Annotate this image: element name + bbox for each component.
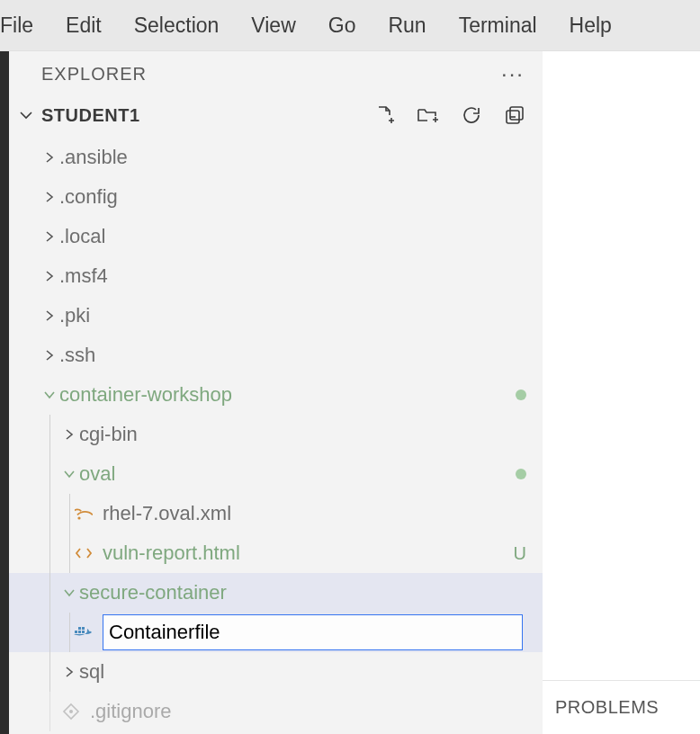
xml-file-icon xyxy=(72,505,95,523)
refresh-icon[interactable] xyxy=(460,103,483,127)
new-folder-icon[interactable] xyxy=(417,103,440,127)
menu-bar: File Edit Selection View Go Run Terminal… xyxy=(0,0,700,51)
menu-edit[interactable]: Edit xyxy=(49,0,118,50)
file-tree: .ansible .config .local .msf4 .pki xyxy=(9,138,543,734)
new-file-name-input[interactable] xyxy=(103,614,523,650)
gitignore-file-icon xyxy=(59,703,83,721)
git-untracked-badge: U xyxy=(514,543,526,564)
tree-folder-local[interactable]: .local xyxy=(9,217,543,256)
folder-label: oval xyxy=(79,462,516,486)
chevron-right-icon xyxy=(40,309,59,322)
chevron-right-icon xyxy=(40,191,59,203)
chevron-right-icon xyxy=(40,151,59,164)
explorer-sidebar: EXPLORER ··· STUDENT1 xyxy=(9,51,543,734)
chevron-right-icon xyxy=(59,666,79,678)
chevron-down-icon xyxy=(59,468,79,480)
workspace-actions xyxy=(373,103,543,127)
folder-label: .msf4 xyxy=(59,264,526,288)
menu-view[interactable]: View xyxy=(235,0,311,50)
workspace-header[interactable]: STUDENT1 xyxy=(9,93,543,138)
collapse-all-icon[interactable] xyxy=(503,103,526,127)
new-file-icon[interactable] xyxy=(373,103,397,127)
chevron-right-icon xyxy=(40,349,59,362)
tree-folder-pki[interactable]: .pki xyxy=(9,296,543,336)
chevron-down-icon xyxy=(59,586,79,599)
folder-label: container-workshop xyxy=(59,383,516,407)
svg-point-2 xyxy=(77,516,80,519)
explorer-title: EXPLORER xyxy=(41,64,147,85)
tree-folder-oval[interactable]: oval xyxy=(9,454,543,494)
chevron-right-icon xyxy=(40,230,59,243)
tree-file-rhel-oval[interactable]: rhel-7.oval.xml xyxy=(9,494,543,533)
tree-folder-ansible[interactable]: .ansible xyxy=(9,138,543,177)
tree-folder-container-workshop[interactable]: container-workshop xyxy=(9,375,543,415)
tree-new-file-input-row[interactable] xyxy=(9,613,543,652)
chevron-down-icon xyxy=(40,389,59,401)
file-label: vuln-report.html xyxy=(103,542,514,565)
svg-rect-7 xyxy=(82,627,85,630)
menu-selection[interactable]: Selection xyxy=(118,0,236,50)
tree-folder-ssh[interactable]: .ssh xyxy=(9,336,543,375)
folder-label: sql xyxy=(79,660,526,684)
chevron-right-icon xyxy=(40,270,59,282)
menu-help[interactable]: Help xyxy=(553,0,628,50)
panel-tab-bar: PROBLEMS xyxy=(543,680,700,734)
svg-rect-3 xyxy=(75,631,77,633)
git-modified-dot-icon xyxy=(516,389,526,400)
git-modified-dot-icon xyxy=(516,469,526,479)
svg-rect-4 xyxy=(78,631,81,633)
docker-file-icon xyxy=(72,624,95,640)
panel-tab-problems[interactable]: PROBLEMS xyxy=(555,697,659,718)
folder-label: cgi-bin xyxy=(79,423,526,446)
svg-rect-0 xyxy=(510,107,523,120)
menu-terminal[interactable]: Terminal xyxy=(443,0,553,50)
chevron-right-icon xyxy=(59,428,79,441)
menu-file[interactable]: File xyxy=(0,0,49,50)
folder-label: .pki xyxy=(59,304,526,327)
tree-folder-config[interactable]: .config xyxy=(9,177,543,217)
main-area: EXPLORER ··· STUDENT1 xyxy=(0,51,700,734)
menu-run[interactable]: Run xyxy=(372,0,442,50)
file-label: rhel-7.oval.xml xyxy=(103,502,526,525)
html-file-icon xyxy=(72,544,95,562)
menu-go[interactable]: Go xyxy=(312,0,372,50)
folder-label: .local xyxy=(59,225,526,248)
svg-point-8 xyxy=(69,710,73,713)
svg-rect-5 xyxy=(82,631,85,633)
tree-folder-secure-container[interactable]: secure-container xyxy=(9,573,543,613)
workspace-name: STUDENT1 xyxy=(41,105,368,126)
file-label: .gitignore xyxy=(90,700,526,723)
tree-folder-msf4[interactable]: .msf4 xyxy=(9,256,543,296)
folder-label: secure-container xyxy=(79,581,526,604)
explorer-header: EXPLORER ··· xyxy=(9,51,543,93)
svg-rect-6 xyxy=(78,627,81,630)
folder-label: .config xyxy=(59,185,526,209)
tree-folder-cgi-bin[interactable]: cgi-bin xyxy=(9,415,543,454)
tree-folder-sql[interactable]: sql xyxy=(9,652,543,692)
tree-file-gitignore[interactable]: .gitignore xyxy=(9,692,543,731)
editor-area: PROBLEMS xyxy=(543,51,700,734)
chevron-down-icon xyxy=(16,108,36,122)
more-actions-icon[interactable]: ··· xyxy=(501,63,525,85)
folder-label: .ssh xyxy=(59,344,526,367)
tree-file-vuln-report[interactable]: vuln-report.html U xyxy=(9,533,543,573)
activity-bar-edge xyxy=(0,51,9,734)
folder-label: .ansible xyxy=(59,146,526,169)
